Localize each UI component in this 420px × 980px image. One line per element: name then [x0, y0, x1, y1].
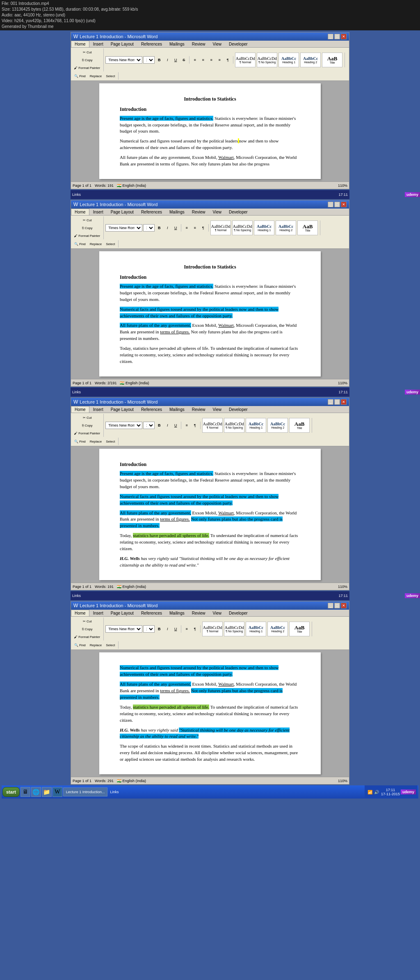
- copy-button-1[interactable]: ⎘ Copy: [73, 56, 102, 64]
- format-painter-2[interactable]: 🖌 Format Painter: [73, 232, 102, 239]
- paragraph-mark-1[interactable]: ¶: [224, 56, 231, 64]
- close-button-2[interactable]: ✕: [341, 202, 347, 207]
- bold-button-4[interactable]: B: [155, 625, 163, 633]
- style-nospacing-1[interactable]: AaBbCcDd ¶ No Spacing: [257, 53, 277, 67]
- tab-home-4[interactable]: Home: [71, 610, 89, 616]
- strikethrough-button-1[interactable]: S: [180, 56, 187, 64]
- font-selector-1[interactable]: Times New Roman: [105, 56, 142, 64]
- align-right-1[interactable]: ≡: [208, 56, 215, 64]
- format-painter-4[interactable]: 🖌 Format Painter: [73, 633, 102, 640]
- find-button-1[interactable]: 🔍 Find: [73, 72, 87, 80]
- style-nospacing-3[interactable]: AaBbCcDd ¶ No Spacing: [224, 418, 244, 433]
- taskbar-icon-1[interactable]: 🖥: [21, 787, 30, 797]
- tab-pagelayout-3[interactable]: Page Layout: [107, 406, 137, 413]
- replace-button-1[interactable]: Replace: [88, 72, 103, 80]
- maximize-button-3[interactable]: □: [334, 399, 340, 405]
- doc-page-2[interactable]: Introduction to Statistics Introduction …: [99, 251, 321, 376]
- replace-button-4[interactable]: Replace: [88, 641, 103, 649]
- doc-page-3[interactable]: Introduction Present age is the age of f…: [99, 449, 321, 580]
- tab-view-3[interactable]: View: [209, 406, 226, 413]
- style-nospacing-4[interactable]: AaBbCcDd ¶ No Spacing: [224, 622, 244, 636]
- style-title-2[interactable]: AaB Title: [297, 220, 318, 235]
- bold-button-1[interactable]: B: [155, 56, 163, 64]
- underline-button-3[interactable]: U: [172, 422, 179, 429]
- italic-button-3[interactable]: I: [164, 422, 171, 429]
- align-left-4[interactable]: ≡: [183, 625, 190, 633]
- tab-references-2[interactable]: References: [137, 209, 166, 215]
- tab-pagelayout-2[interactable]: Page Layout: [107, 209, 137, 215]
- underline-button-2[interactable]: U: [172, 224, 179, 232]
- tab-references-1[interactable]: References: [137, 41, 166, 47]
- tab-mailings-1[interactable]: Mailings: [166, 41, 188, 47]
- tab-review-4[interactable]: Review: [188, 610, 209, 616]
- taskbar-window-btn-1[interactable]: Lecture 1 Introduction...: [63, 787, 108, 796]
- font-size-1[interactable]: 12: [143, 56, 155, 64]
- align-left-1[interactable]: ≡: [191, 56, 199, 64]
- paragraph-mark-3[interactable]: ¶: [191, 422, 199, 429]
- cut-button-2[interactable]: ✂ Cut: [73, 216, 102, 224]
- align-center-1[interactable]: ≡: [199, 56, 207, 64]
- paragraph-mark-4[interactable]: ¶: [191, 625, 199, 633]
- maximize-button-2[interactable]: □: [334, 202, 340, 207]
- style-heading1-1[interactable]: AaBbCc Heading 1: [278, 53, 299, 67]
- tab-developer-1[interactable]: Developer: [225, 41, 251, 47]
- style-heading2-3[interactable]: AaBbCc Heading 2: [267, 418, 288, 433]
- style-normal-1[interactable]: AaBbCcDd ¶ Normal: [235, 53, 256, 67]
- tab-view-1[interactable]: View: [209, 41, 226, 47]
- tab-developer-4[interactable]: Developer: [225, 610, 251, 616]
- format-painter-1[interactable]: 🖌 Format Painter: [73, 64, 102, 71]
- tab-pagelayout-1[interactable]: Page Layout: [107, 41, 137, 47]
- italic-button-4[interactable]: I: [164, 625, 171, 633]
- find-button-4[interactable]: 🔍 Find: [73, 641, 87, 649]
- close-button-1[interactable]: ✕: [341, 34, 347, 39]
- tab-insert-3[interactable]: Insert: [89, 406, 107, 413]
- bold-button-3[interactable]: B: [155, 422, 163, 429]
- font-selector-2[interactable]: Times New Roman: [105, 224, 142, 232]
- select-button-2[interactable]: Select: [104, 240, 116, 248]
- doc-page-1[interactable]: Introduction to Statistics Introduction …: [99, 83, 321, 179]
- start-button[interactable]: start: [2, 787, 20, 797]
- select-button-4[interactable]: Select: [104, 641, 116, 649]
- style-title-1[interactable]: AaB Title: [322, 53, 342, 67]
- tab-home-1[interactable]: Home: [71, 41, 89, 47]
- tab-developer-2[interactable]: Developer: [225, 209, 251, 215]
- tab-view-2[interactable]: View: [209, 209, 226, 215]
- maximize-button-1[interactable]: □: [334, 34, 340, 39]
- tab-references-3[interactable]: References: [137, 406, 166, 413]
- tab-review-2[interactable]: Review: [188, 209, 209, 215]
- tab-mailings-3[interactable]: Mailings: [166, 406, 188, 413]
- style-title-4[interactable]: AaB Title: [289, 622, 310, 636]
- justify-1[interactable]: ≡: [216, 56, 223, 64]
- taskbar-icon-3[interactable]: 📁: [42, 787, 52, 797]
- style-title-3[interactable]: AaB Title: [289, 418, 310, 433]
- font-size-2[interactable]: 12: [143, 224, 155, 232]
- tab-home-3[interactable]: Home: [71, 406, 89, 413]
- maximize-button-4[interactable]: □: [334, 603, 340, 608]
- align-left-2[interactable]: ≡: [183, 224, 190, 232]
- tab-review-3[interactable]: Review: [188, 406, 209, 413]
- find-button-2[interactable]: 🔍 Find: [73, 240, 87, 248]
- minimize-button-1[interactable]: _: [328, 34, 333, 39]
- select-button-3[interactable]: Select: [104, 438, 116, 445]
- format-painter-3[interactable]: 🖌 Format Painter: [73, 429, 102, 437]
- replace-button-2[interactable]: Replace: [88, 240, 103, 248]
- align-left-3[interactable]: ≡: [183, 422, 190, 429]
- cut-button-1[interactable]: ✂ Cut: [73, 48, 102, 56]
- paragraph-mark-2[interactable]: ¶: [199, 224, 207, 232]
- tab-insert-4[interactable]: Insert: [89, 610, 107, 616]
- tab-review-1[interactable]: Review: [188, 41, 209, 47]
- tab-mailings-4[interactable]: Mailings: [166, 610, 188, 616]
- italic-button-1[interactable]: I: [164, 56, 171, 64]
- taskbar-icon-word[interactable]: W: [52, 787, 62, 797]
- style-heading1-4[interactable]: AaBbCc Heading 1: [246, 622, 266, 636]
- copy-button-2[interactable]: ⎘ Copy: [73, 224, 102, 232]
- cut-button-4[interactable]: ✂ Cut: [73, 617, 102, 625]
- tab-pagelayout-4[interactable]: Page Layout: [107, 610, 137, 616]
- style-nospacing-2[interactable]: AaBbCcDd ¶ No Spacing: [232, 220, 253, 235]
- style-heading1-3[interactable]: AaBbCc Heading 1: [246, 418, 266, 433]
- style-normal-4[interactable]: AaBbCcDd ¶ Normal: [202, 622, 223, 636]
- minimize-button-3[interactable]: _: [328, 399, 333, 405]
- font-size-4[interactable]: 12: [143, 625, 155, 633]
- taskbar-icon-2[interactable]: 🌐: [31, 787, 41, 797]
- find-button-3[interactable]: 🔍 Find: [73, 438, 87, 445]
